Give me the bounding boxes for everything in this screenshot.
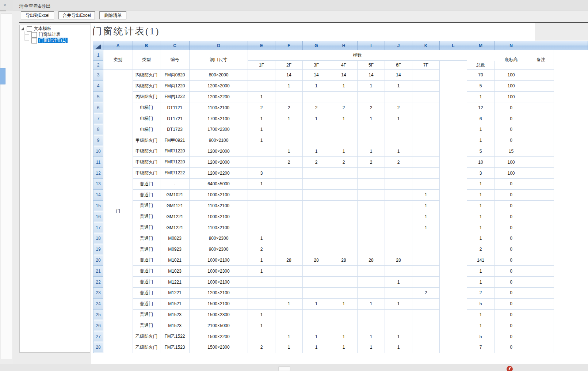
cell-floor-count[interactable] — [275, 168, 303, 179]
cell-elevation[interactable]: 0 — [495, 299, 528, 310]
cell-type[interactable]: 普通门 — [133, 255, 160, 266]
cell-remark[interactable] — [528, 113, 554, 124]
status-bar-button[interactable] — [278, 366, 290, 371]
cell-floor-count[interactable]: 3 — [248, 168, 275, 179]
cell-type[interactable]: 普通门 — [133, 244, 160, 255]
cell-floor-count[interactable] — [248, 288, 275, 299]
cell-total[interactable]: 5 — [467, 331, 495, 342]
cell-type[interactable]: 丙级防火门 — [133, 70, 160, 81]
cell-floor-count[interactable]: 2 — [303, 157, 330, 168]
cell-total[interactable]: 2 — [467, 244, 495, 255]
cell-floor-count[interactable] — [358, 233, 385, 244]
cell-floor-count[interactable] — [248, 211, 275, 222]
cell-floor-count[interactable]: 1 — [330, 81, 358, 92]
cell-floor-count[interactable]: 2 — [358, 102, 385, 113]
cell-floor-count[interactable] — [330, 92, 358, 103]
notification-badge-icon[interactable] — [507, 366, 513, 371]
cell-floor-count[interactable] — [385, 211, 412, 222]
column-header-J[interactable]: J — [385, 41, 412, 50]
cell-code[interactable]: M1521 — [160, 299, 190, 310]
cell-floor-count[interactable] — [412, 102, 440, 113]
cell-floor-count[interactable] — [275, 233, 303, 244]
cell-floor-count[interactable] — [303, 288, 330, 299]
cell-floor-count[interactable]: 28 — [358, 255, 385, 266]
cell-floor-count[interactable] — [358, 277, 385, 288]
cell-type[interactable]: 普通门 — [133, 233, 160, 244]
cell-size[interactable]: 1100×2100 — [190, 102, 248, 113]
tree-item-checkbox[interactable] — [31, 38, 37, 43]
cell-floor-count[interactable]: 2 — [248, 244, 275, 255]
cell-floor-count[interactable]: 2 — [303, 102, 330, 113]
cell-floor-count[interactable] — [330, 277, 358, 288]
cell-size[interactable]: 1500×2100 — [190, 299, 248, 310]
tree-item-statistics-table[interactable]: 门窗统计表 — [39, 32, 61, 37]
cell-floor-count[interactable] — [358, 190, 385, 201]
cell-floor-count[interactable]: 14 — [358, 70, 385, 81]
column-header-B[interactable]: B — [133, 41, 160, 50]
cell-remark[interactable] — [528, 201, 554, 212]
cell-floor-count[interactable]: 1 — [275, 113, 303, 124]
cell-type[interactable]: 普通门 — [133, 211, 160, 222]
cell-floor-count[interactable] — [248, 299, 275, 310]
cell-floor-count[interactable] — [275, 277, 303, 288]
cell-total[interactable]: 1 — [467, 201, 495, 212]
header-floor-2[interactable]: 2F — [275, 61, 303, 70]
row-header[interactable]: 13 — [93, 179, 103, 190]
cell-code[interactable]: GM1021 — [160, 190, 190, 201]
cell-elevation[interactable]: 0 — [495, 266, 528, 277]
cell-floor-count[interactable]: 1 — [330, 331, 358, 342]
cell-floor-count[interactable]: 2 — [385, 157, 412, 168]
cell-floor-count[interactable]: 14 — [303, 70, 330, 81]
cell-floor-count[interactable]: 1 — [358, 113, 385, 124]
cell-code[interactable]: FM甲1222 — [160, 168, 190, 179]
cell-floor-count[interactable]: 1 — [330, 299, 358, 310]
cell-floor-count[interactable] — [275, 135, 303, 146]
cell-remark[interactable] — [528, 277, 554, 288]
cell-floor-count[interactable] — [385, 222, 412, 233]
cell-code[interactable]: M1523 — [160, 310, 190, 321]
cell-type[interactable]: 丙级防火门 — [133, 81, 160, 92]
cell-total[interactable]: 5 — [467, 146, 495, 157]
header-category[interactable]: 类别 — [103, 50, 133, 70]
cell-floor-count[interactable] — [412, 81, 440, 92]
cell-category-merged[interactable]: 门 — [103, 70, 133, 353]
cell-floor-count[interactable] — [303, 92, 330, 103]
cell-floor-count[interactable] — [303, 222, 330, 233]
cell-floor-count[interactable] — [358, 222, 385, 233]
cell-total[interactable]: 1 — [467, 277, 495, 288]
row-header[interactable]: 7 — [93, 113, 103, 124]
column-header-E[interactable]: E — [248, 41, 275, 50]
row-header[interactable]: 10 — [93, 146, 103, 157]
cell-floor-count[interactable] — [385, 310, 412, 321]
row-header[interactable]: 12 — [93, 168, 103, 179]
header-floor-6[interactable]: 6F — [385, 61, 412, 70]
cell-code[interactable]: M0923 — [160, 244, 190, 255]
column-header-H[interactable]: H — [330, 41, 358, 50]
cell-floor-count[interactable] — [385, 320, 412, 331]
cell-floor-count[interactable] — [358, 92, 385, 103]
cell-floor-count[interactable] — [385, 124, 412, 135]
close-icon[interactable]: × — [3, 2, 6, 8]
cell-floor-count[interactable] — [248, 146, 275, 157]
cell-floor-count[interactable] — [385, 135, 412, 146]
cell-remark[interactable] — [528, 157, 554, 168]
cell-size[interactable]: 1200×2000 — [190, 81, 248, 92]
row-header[interactable]: 20 — [93, 255, 103, 266]
row-header[interactable]: 8 — [93, 124, 103, 135]
cell-floor-count[interactable] — [275, 266, 303, 277]
cell-floor-count[interactable] — [275, 211, 303, 222]
cell-floor-count[interactable] — [330, 135, 358, 146]
cell-remark[interactable] — [528, 266, 554, 277]
cell-code[interactable]: - — [160, 179, 190, 190]
cell-type[interactable]: 普通门 — [133, 320, 160, 331]
cell-floor-count[interactable] — [358, 135, 385, 146]
cell-remark[interactable] — [528, 168, 554, 179]
cell-floor-count[interactable] — [330, 190, 358, 201]
cell-remark[interactable] — [528, 233, 554, 244]
cell-floor-count[interactable] — [275, 320, 303, 331]
cell-floor-count[interactable] — [412, 233, 440, 244]
cell-floor-count[interactable] — [248, 157, 275, 168]
cell-total[interactable]: 1 — [467, 211, 495, 222]
tree-item-statistics-table-1[interactable]: 门窗统计表(1) — [38, 38, 68, 43]
row-header[interactable]: 26 — [93, 320, 103, 331]
